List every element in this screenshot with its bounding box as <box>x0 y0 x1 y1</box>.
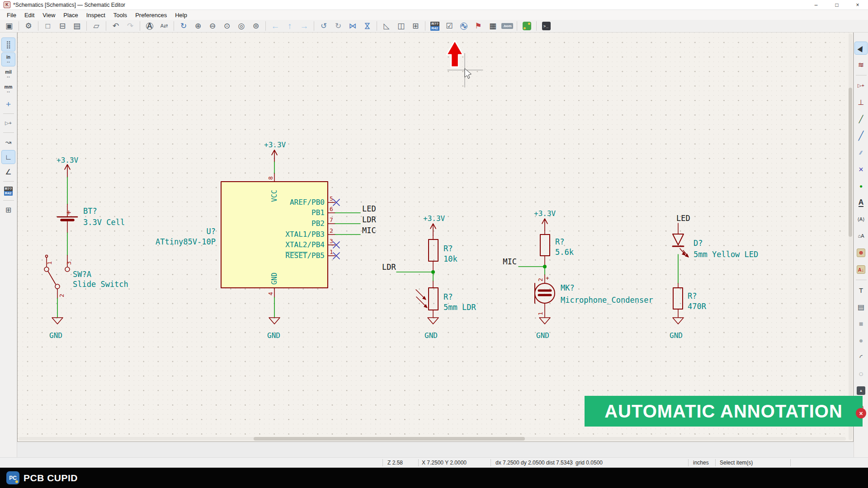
import-sheet-pin-tool[interactable]: A↓ <box>855 263 867 276</box>
gnd-flag-battery[interactable]: GND <box>49 318 63 340</box>
horizontal-scrollbar-thumb[interactable] <box>254 437 525 441</box>
net-label-led-2[interactable]: LED <box>676 214 690 223</box>
show-hidden-pins-button[interactable]: ▷+ <box>2 117 15 130</box>
simulator-button[interactable]: ∿ <box>457 20 471 32</box>
microphone-component[interactable]: 2 + 1 MK? Microphone_Condenser <box>535 275 653 317</box>
add-image-tool[interactable]: ▲ <box>855 385 867 397</box>
resistor-10k-component[interactable]: R? 10k <box>429 235 458 270</box>
undo-button[interactable]: ↶ <box>108 20 123 32</box>
add-net-label-tool[interactable]: A <box>855 197 867 209</box>
vertical-scrollbar-thumb[interactable] <box>849 88 852 237</box>
menu-tools[interactable]: Tools <box>109 11 131 19</box>
add-power-tool[interactable]: ⊥ <box>855 96 867 108</box>
assign-footprints-button[interactable]: ⚑ <box>471 20 486 32</box>
menu-help[interactable]: Help <box>171 11 191 19</box>
resistor-470r-component[interactable]: R? 470R <box>673 283 707 317</box>
save-button[interactable]: ▣ <box>2 20 16 32</box>
footprint-editor-button[interactable]: ⊞ <box>408 20 423 32</box>
find-replace-button[interactable]: A⇄ <box>157 20 171 32</box>
add-hierarchical-label-tool[interactable]: ⌂A <box>855 230 867 242</box>
units-mm-button[interactable]: mm↔ <box>2 83 15 96</box>
menu-place[interactable]: Place <box>59 11 82 19</box>
generate-bom-button[interactable]: .bom <box>500 20 514 32</box>
gnd-flag-led[interactable]: GND <box>670 318 684 340</box>
add-text-tool[interactable]: T <box>855 284 867 296</box>
plot-button[interactable]: ▤ <box>70 20 84 32</box>
nav-up-button[interactable]: ↑ <box>283 20 297 32</box>
menu-view[interactable]: View <box>38 11 59 19</box>
add-rectangle-tool[interactable]: ■ <box>855 318 867 330</box>
zoom-objects-button[interactable]: ◎ <box>234 20 249 32</box>
resistor-5k6-component[interactable]: R? 5.6k <box>540 230 574 265</box>
power-flag-battery[interactable]: +3.3V <box>57 156 79 177</box>
mirror-v-button[interactable]: ⋈ <box>360 20 374 32</box>
add-polyline-tool[interactable]: ◌ <box>855 368 867 380</box>
annotate-button[interactable]: R??R42 <box>428 20 442 32</box>
schematic-canvas[interactable]: +3.3V + BT? 3.3V Cell 3 1 <box>17 32 854 442</box>
add-sheet-tool[interactable]: ⊕ <box>855 247 867 259</box>
print-button[interactable]: ⊟ <box>55 20 70 32</box>
add-bus-tool[interactable]: ╱ <box>855 130 867 142</box>
wire-free-angle-button[interactable]: ↝ <box>2 136 15 149</box>
new-sheet-button[interactable]: □ <box>41 20 55 32</box>
highlight-net-tool[interactable]: ≋ <box>855 59 867 71</box>
toggle-grid-button[interactable]: ⣿ <box>2 38 15 51</box>
symbol-library-browser-button[interactable]: ◫ <box>394 20 408 32</box>
add-junction-tool[interactable]: ● <box>855 180 867 192</box>
add-wire-tool[interactable]: ╱ <box>855 113 867 125</box>
refresh-button[interactable]: ↻ <box>176 20 191 32</box>
annotate-auto-button[interactable]: R??R42 <box>2 184 15 197</box>
add-arc-tool[interactable]: ◜ <box>855 351 867 363</box>
gnd-flag-mcu[interactable]: GND <box>267 318 280 340</box>
nav-back-button[interactable]: ← <box>268 20 283 32</box>
add-text-box-tool[interactable]: ▤ <box>855 301 867 313</box>
net-label-mic[interactable]: MIC <box>362 226 376 235</box>
scripting-console-button[interactable]: >_ <box>539 20 553 32</box>
menu-inspect[interactable]: Inspect <box>82 11 109 19</box>
vertical-scrollbar[interactable] <box>849 33 852 440</box>
horizontal-scrollbar[interactable] <box>19 437 846 441</box>
page-settings-button[interactable]: ⚙ <box>21 20 36 32</box>
hierarchy-navigator-button[interactable]: ⊞ <box>2 203 15 216</box>
rotate-cw-button[interactable]: ↻ <box>331 20 345 32</box>
mirror-h-button[interactable]: ⋈ <box>345 20 360 32</box>
gnd-flag-ldr[interactable]: GND <box>425 318 439 340</box>
add-bus-entry-tool[interactable]: ∕∕ <box>855 146 867 159</box>
crosshair-style-button[interactable]: + <box>2 98 15 111</box>
find-button[interactable]: A <box>142 20 157 32</box>
rotate-ccw-button[interactable]: ↺ <box>316 20 331 32</box>
add-symbol-tool[interactable]: ▷+ <box>855 80 867 92</box>
power-flag-mcu[interactable]: +3.3V <box>264 141 286 162</box>
open-pcb-editor-button[interactable] <box>519 20 534 32</box>
net-label-led[interactable]: LED <box>362 204 376 213</box>
wire-hv-button[interactable]: ∟ <box>2 150 15 164</box>
edit-text-graphics-button[interactable]: ◺ <box>379 20 394 32</box>
units-mil-button[interactable]: mil↔ <box>2 68 15 81</box>
zoom-fit-button[interactable]: ⊙ <box>220 20 234 32</box>
zoom-selection-button[interactable]: ⊚ <box>249 20 263 32</box>
menu-preferences[interactable]: Preferences <box>131 11 171 19</box>
erc-button[interactable]: ☑ <box>442 20 457 32</box>
symbol-fields-table-button[interactable]: ▦ <box>486 20 500 32</box>
slide-switch-component[interactable]: 3 1 2 SW?A Slide Switch <box>44 255 128 299</box>
menu-edit[interactable]: Edit <box>20 11 38 19</box>
power-flag-ldr[interactable]: +3.3V <box>423 214 445 235</box>
gnd-flag-mic[interactable]: GND <box>536 318 550 340</box>
redo-button[interactable]: ↷ <box>123 20 137 32</box>
minimize-button[interactable]: – <box>806 0 826 10</box>
maximize-button[interactable]: □ <box>826 0 847 10</box>
ldr-component[interactable]: R? 5mm LDR <box>416 281 476 317</box>
add-circle-tool[interactable]: ● <box>855 334 867 347</box>
delete-tool-x-icon[interactable]: × <box>856 408 866 418</box>
zoom-in-button[interactable]: ⊕ <box>191 20 205 32</box>
menu-file[interactable]: File <box>3 11 20 19</box>
power-flag-mic[interactable]: +3.3V <box>534 209 556 230</box>
nav-forward-button[interactable]: → <box>297 20 311 32</box>
paste-button[interactable]: ▱ <box>89 20 104 32</box>
battery-component[interactable]: + BT? 3.3V Cell <box>57 204 125 233</box>
units-inch-button[interactable]: in↔ <box>2 53 15 66</box>
select-tool[interactable]: ▶ <box>855 42 867 54</box>
led-component[interactable]: D? 5mm Yellow LED <box>673 223 758 259</box>
add-global-label-tool[interactable]: ⟨A⟩ <box>855 213 867 225</box>
net-label-mic-2[interactable]: MIC <box>503 257 517 266</box>
